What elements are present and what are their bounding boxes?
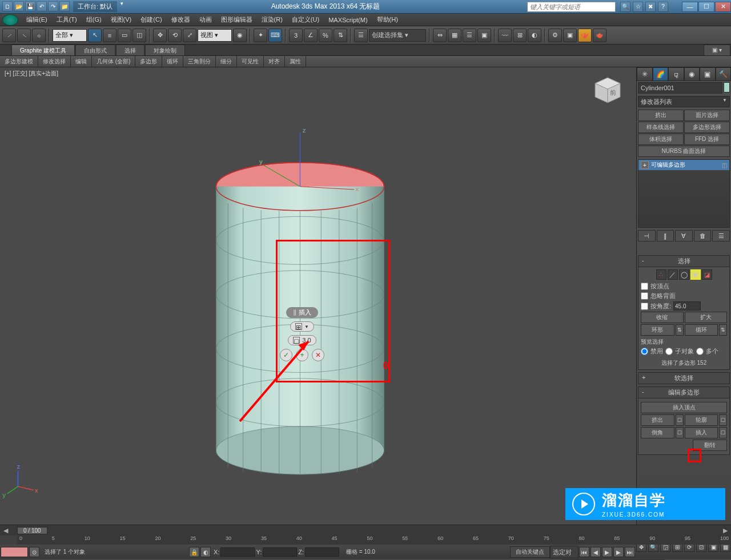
play-prev-icon[interactable]: ◀: [591, 547, 601, 557]
btn-outline[interactable]: 轮廓: [685, 414, 718, 426]
ribbon-tab-select[interactable]: 选择: [116, 45, 144, 55]
time-slider[interactable]: ◀ ▶ 0 / 100: [0, 525, 731, 535]
rotate-icon[interactable]: ⟲: [168, 29, 182, 42]
favorites-icon[interactable]: ☆: [633, 2, 643, 12]
bind-icon[interactable]: ⟐: [32, 29, 46, 42]
minimize-button[interactable]: —: [682, 2, 698, 12]
ribbon-section-props[interactable]: 属性: [285, 56, 306, 67]
material-editor-icon[interactable]: ◐: [528, 29, 541, 42]
viewport[interactable]: [+] [正交] [真实+边面]: [0, 67, 636, 525]
app-logo-icon[interactable]: [2, 14, 18, 26]
ribbon-tab-freeform[interactable]: 自由形式: [75, 45, 115, 55]
btn-bevel[interactable]: 倒角: [641, 427, 674, 438]
maximize-button[interactable]: ☐: [698, 2, 714, 12]
btn-inset[interactable]: 插入: [685, 427, 718, 438]
object-name-input[interactable]: [638, 82, 722, 94]
unlink-icon[interactable]: ⟍: [17, 29, 31, 42]
modset-nurbs[interactable]: NURBS 曲面选择: [638, 146, 730, 157]
cmd-tab-hierarchy-icon[interactable]: ⚼: [668, 67, 684, 81]
modifier-stack[interactable]: 可编辑多边形: [638, 159, 730, 228]
check-byvertex[interactable]: [641, 283, 648, 290]
caddy-apply-icon[interactable]: +: [296, 349, 308, 361]
subobj-edge-icon[interactable]: ／: [668, 269, 678, 280]
check-ignore-bf[interactable]: [641, 292, 648, 300]
set-key-mode-icon[interactable]: [1, 547, 28, 557]
btn-grow[interactable]: 扩大: [685, 312, 728, 323]
ring-spinner[interactable]: ⇅: [676, 324, 684, 336]
ribbon-section-subdiv[interactable]: 细分: [216, 56, 237, 67]
subobj-element-icon[interactable]: ◪: [702, 269, 712, 280]
ribbon-tab-paint[interactable]: 对象绘制: [145, 45, 185, 55]
keymode-combo[interactable]: 选定对: [550, 546, 579, 558]
cmd-tab-utilities-icon[interactable]: 🔨: [716, 67, 732, 81]
z-coord-input[interactable]: [305, 547, 339, 557]
btn-ring[interactable]: 环形: [641, 324, 674, 336]
btn-loop[interactable]: 循环: [685, 324, 718, 336]
viewcube-icon[interactable]: 前: [591, 73, 625, 107]
link-icon[interactable]: ⟋: [2, 29, 16, 42]
curve-editor-icon[interactable]: 〰: [498, 29, 512, 42]
rollout-selection[interactable]: 选择: [638, 255, 730, 267]
save-icon[interactable]: 💾: [25, 1, 35, 11]
menu-help[interactable]: 帮助(H): [372, 14, 403, 26]
select-region-icon[interactable]: ▭: [118, 29, 131, 42]
graphite-icon[interactable]: ▣: [477, 29, 491, 42]
caddy-ok-icon[interactable]: ✓: [280, 349, 292, 361]
subobj-polygon-icon[interactable]: ■: [690, 269, 701, 280]
subobj-vertex-icon[interactable]: ∴: [656, 269, 666, 280]
move-icon[interactable]: ✥: [153, 29, 167, 42]
ribbon-expand-icon[interactable]: ▣ ▾: [704, 45, 730, 55]
cmd-tab-modify-icon[interactable]: 🌈: [653, 67, 669, 81]
redo-icon[interactable]: ↷: [48, 1, 58, 11]
remove-mod-icon[interactable]: 🗑: [694, 230, 712, 241]
spinner-snap-icon[interactable]: ⇅: [334, 29, 347, 42]
show-end-result-icon[interactable]: ‖: [657, 230, 674, 241]
select-icon[interactable]: ↖: [88, 29, 102, 42]
key-mode-icon[interactable]: ⊙: [29, 547, 39, 557]
btn-shrink[interactable]: 收缩: [641, 312, 684, 323]
ribbon-tab-modeling[interactable]: Graphite 建模工具: [11, 45, 75, 55]
exchange-icon[interactable]: ✖: [645, 2, 656, 12]
viewport-label[interactable]: [+] [正交] [真实+边面]: [5, 70, 58, 78]
undo-icon[interactable]: ↶: [37, 1, 47, 11]
make-unique-icon[interactable]: ∀: [675, 230, 693, 241]
menu-animation[interactable]: 动画: [195, 14, 216, 26]
menu-tools[interactable]: 工具(T): [52, 14, 82, 26]
x-coord-input[interactable]: [220, 547, 255, 557]
configure-sets-icon[interactable]: ☰: [712, 230, 730, 241]
render-icon[interactable]: 🫖: [578, 29, 592, 42]
menu-edit[interactable]: 编辑(E): [22, 14, 52, 26]
isolate-icon[interactable]: ◐: [200, 547, 211, 557]
menu-modifiers[interactable]: 修改器: [167, 14, 195, 26]
btn-insertvertex[interactable]: 插入顶点: [641, 402, 727, 413]
ribbon-section-loops[interactable]: 循环: [162, 56, 183, 67]
ribbon-section-polymodel[interactable]: 多边形建模: [0, 56, 38, 67]
scale-icon[interactable]: ⤢: [183, 29, 196, 42]
search-input[interactable]: [527, 2, 616, 12]
angle-spinner[interactable]: [673, 301, 701, 311]
menu-group[interactable]: 组(G): [82, 14, 106, 26]
play-start-icon[interactable]: ⏮: [579, 547, 589, 557]
frame-indicator[interactable]: 0 / 100: [17, 527, 47, 534]
ribbon-section-vis[interactable]: 可见性: [237, 56, 264, 67]
ribbon-section-modsel[interactable]: 修改选择: [38, 56, 71, 67]
rollout-editpoly[interactable]: 编辑多边形: [638, 386, 730, 398]
cmd-tab-display-icon[interactable]: ▣: [700, 67, 716, 81]
object-color-swatch[interactable]: [724, 82, 730, 92]
project-icon[interactable]: 📁: [59, 1, 70, 11]
stack-item-editablepoly[interactable]: 可编辑多边形: [638, 160, 729, 170]
layer-icon[interactable]: ☰: [463, 29, 476, 42]
caddy-cancel-icon[interactable]: ✕: [312, 349, 324, 361]
loop-spinner[interactable]: ⇅: [719, 324, 727, 336]
ribbon-section-edit[interactable]: 编辑: [71, 56, 92, 67]
render-setup-icon[interactable]: ⚙: [548, 29, 562, 42]
cmd-tab-create-icon[interactable]: ✳: [637, 67, 653, 81]
ribbon-section-geom[interactable]: 几何体 (全部): [92, 56, 135, 67]
inset-settings-icon[interactable]: ☐: [719, 427, 727, 438]
outline-settings-icon[interactable]: ☐: [719, 414, 727, 426]
subobj-border-icon[interactable]: ◯: [679, 269, 689, 280]
ribbon-section-polys[interactable]: 多边形: [135, 56, 162, 67]
quick-render-icon[interactable]: 🫖: [593, 29, 607, 42]
selection-filter[interactable]: 全部 ▾: [53, 29, 87, 42]
modset-extrude[interactable]: 挤出: [638, 110, 684, 121]
